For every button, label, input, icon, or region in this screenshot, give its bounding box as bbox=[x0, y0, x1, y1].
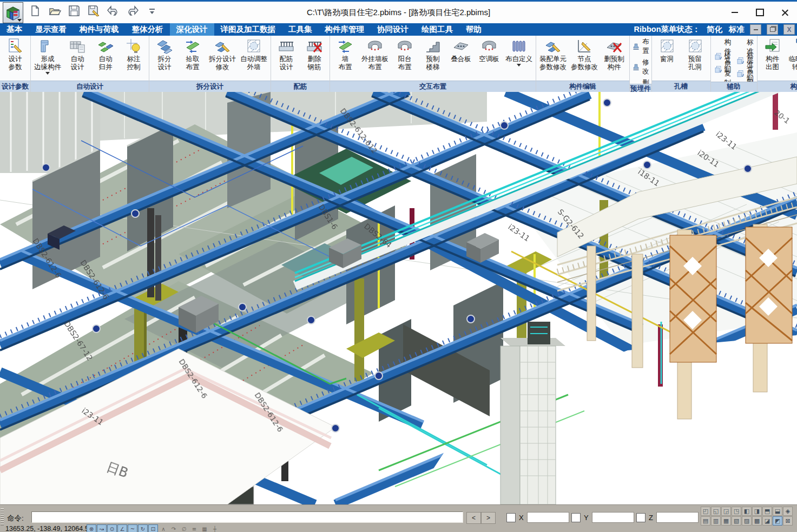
arc-toggle[interactable]: ↷ bbox=[169, 524, 179, 532]
disable-snap-toggle[interactable]: ∅ bbox=[179, 524, 189, 532]
embed-edit-button[interactable]: 修改 bbox=[632, 58, 649, 76]
tab-display-view[interactable]: 显示查看 bbox=[29, 23, 73, 36]
rebar-design-button[interactable]: 配筋 设计 bbox=[272, 36, 300, 71]
view-left-button[interactable]: ◧ bbox=[742, 507, 752, 516]
node-params-button[interactable]: 节点 参数修改 bbox=[569, 36, 600, 71]
curve-snap-toggle[interactable]: ~ bbox=[128, 524, 137, 532]
custom-layout-button[interactable]: 布自定义 bbox=[503, 36, 535, 66]
group-label: 拆分设计 bbox=[149, 81, 271, 92]
assembly-unit-params-button[interactable]: 装配单元 参数修改 bbox=[537, 36, 569, 71]
auto-merge-icon bbox=[97, 38, 114, 54]
tab-collaborative-design[interactable]: 协同设计 bbox=[371, 23, 415, 36]
delete-rebar-button[interactable]: 删除 钢筋 bbox=[300, 36, 328, 71]
x-axis-field: X bbox=[506, 512, 569, 523]
view-iso-se-button[interactable]: ◲ bbox=[721, 507, 731, 516]
wall-layout-button[interactable]: 墙 布置 bbox=[331, 36, 359, 71]
view-iso-nw-button[interactable]: ◰ bbox=[701, 507, 710, 516]
x-axis-input[interactable] bbox=[527, 512, 569, 523]
vertex-toggle[interactable]: ∧ bbox=[159, 524, 168, 532]
layers-toggle[interactable]: ≡ bbox=[189, 524, 199, 532]
angle-snap-toggle[interactable]: ∠ bbox=[117, 524, 127, 532]
view-bottom-button[interactable]: ⬓ bbox=[773, 507, 782, 516]
rebar-design-icon bbox=[278, 38, 294, 54]
zoom-previous-button[interactable]: ▧ bbox=[732, 516, 741, 526]
ribbon-state-standard[interactable]: 标准 bbox=[729, 24, 745, 35]
pan-button[interactable]: ▥ bbox=[711, 516, 721, 526]
reserved-hole-button[interactable]: 预留 孔洞 bbox=[681, 36, 709, 71]
member-drawing-export-button[interactable]: 构件 出图 bbox=[759, 36, 787, 71]
tab-drawing-tools[interactable]: 绘图工具 bbox=[415, 23, 459, 36]
grid-toggle[interactable]: ▦ bbox=[200, 524, 209, 532]
doc-restore-icon bbox=[770, 27, 775, 32]
pick-layout-button[interactable]: 拾取 布置 bbox=[179, 36, 207, 71]
doc-restore-button[interactable] bbox=[767, 24, 778, 35]
tab-global-analysis[interactable]: 整体分析 bbox=[126, 23, 170, 36]
dropdown-arrow-icon bbox=[517, 64, 521, 66]
cladding-panel-layout-button[interactable]: 外挂墙板 布置 bbox=[359, 36, 391, 71]
y-axis-input[interactable] bbox=[592, 512, 634, 523]
zoom-window-button[interactable]: ▦ bbox=[721, 516, 731, 526]
view-top-button[interactable]: ⬒ bbox=[762, 507, 772, 516]
tab-detail-data[interactable]: 详图及加工数据 bbox=[214, 23, 282, 36]
tab-detailed-design[interactable]: 深化设计 bbox=[170, 23, 214, 36]
z-axis-checkbox[interactable] bbox=[636, 513, 645, 522]
tab-component-library[interactable]: 构件库管理 bbox=[319, 23, 371, 36]
form-edge-member-button[interactable]: 形成 边缘构件 bbox=[32, 36, 63, 75]
tab-basic[interactable]: 基本 bbox=[0, 23, 29, 36]
auto-adjust-outer-wall-button[interactable]: 自动调整 外墙 bbox=[238, 36, 269, 71]
view-right-button[interactable]: ◨ bbox=[752, 507, 762, 516]
shade-mode-button[interactable]: ◪ bbox=[762, 516, 772, 526]
precast-stair-button[interactable]: 预制 楼梯 bbox=[419, 36, 447, 71]
y-axis-checkbox[interactable] bbox=[571, 513, 581, 522]
crosshair-toggle[interactable]: ┼ bbox=[210, 524, 220, 532]
annotation-control-button[interactable]: 标注 控制 bbox=[120, 36, 148, 71]
midpoint-snap-toggle[interactable]: ⊡ bbox=[148, 524, 158, 532]
z-axis-label: Z bbox=[649, 514, 653, 522]
view-iso-ne-button[interactable]: ◱ bbox=[711, 507, 721, 516]
temp-drawing-to-dwg-button[interactable]: 临时图纸 转Dwg bbox=[787, 36, 797, 71]
tab-help[interactable]: 帮助 bbox=[459, 23, 488, 36]
balcony-layout-button[interactable]: 阳台 布置 bbox=[391, 36, 419, 71]
z-axis-input[interactable] bbox=[656, 512, 699, 523]
split-design-button[interactable]: 拆分 设计 bbox=[150, 36, 179, 71]
view-perspective-button[interactable]: ◈ bbox=[783, 507, 793, 516]
minimize-button[interactable] bbox=[722, 2, 747, 23]
doc-close-icon: X bbox=[787, 26, 791, 33]
orbit-button[interactable]: ▩ bbox=[752, 516, 762, 526]
close-button[interactable] bbox=[772, 2, 797, 23]
history-prev-button[interactable]: < bbox=[466, 512, 481, 524]
auto-merge-button[interactable]: 自动 归并 bbox=[91, 36, 120, 71]
view-iso-sw-button[interactable]: ◳ bbox=[732, 507, 741, 516]
osnap-toggle[interactable]: ⊙ bbox=[107, 524, 117, 532]
composite-slab-button[interactable]: 叠合板 bbox=[447, 36, 475, 63]
x-axis-checkbox[interactable] bbox=[506, 513, 516, 522]
wireframe-mode-button[interactable]: ◩ bbox=[773, 516, 782, 526]
split-design-edit-button[interactable]: 拆分设计 修改 bbox=[207, 36, 238, 71]
rotate-view-button[interactable]: ▨ bbox=[742, 516, 752, 526]
ac-slab-button[interactable]: 空调板 bbox=[475, 36, 503, 63]
status-bar: 13653.25, -138.49, 12064.58 ⊗ ↝ ⊙ ∠ ~ ↻ … bbox=[0, 527, 797, 532]
embed-place-button[interactable]: 布置 bbox=[632, 37, 649, 56]
window-opening-button[interactable]: 窗洞 bbox=[653, 36, 681, 63]
history-next-button[interactable]: > bbox=[481, 512, 496, 524]
toolbar-drag-handle[interactable] bbox=[1, 508, 4, 526]
maximize-button[interactable] bbox=[747, 2, 772, 23]
tab-members-loads[interactable]: 构件与荷载 bbox=[73, 23, 126, 36]
view-tools-panel: ◰ ◱ ◲ ◳ ◧ ◨ ⬒ ⬓ ◈ ▤ ▥ ▦ ▧ ▨ ▩ ◪ ◩ ⊠ bbox=[701, 507, 793, 526]
delete-precast-member-button[interactable]: 删预制 构件 bbox=[600, 36, 628, 71]
doc-close-button[interactable]: X bbox=[783, 24, 795, 35]
model-viewport[interactable]: DBS2-612-6 DBS2-612-6 DBS2-612-6 DBS2-61… bbox=[0, 92, 797, 504]
design-params-button[interactable]: 设计 参数 bbox=[1, 36, 29, 71]
view-info-button[interactable]: ⊠ bbox=[783, 516, 793, 526]
command-input[interactable] bbox=[31, 511, 463, 523]
doc-minimize-button[interactable] bbox=[750, 24, 761, 35]
auto-design-button[interactable]: 自动 设计 bbox=[63, 36, 91, 71]
ribbon-state-simplified[interactable]: 简化 bbox=[707, 24, 722, 35]
zoom-extents-button[interactable]: ▤ bbox=[701, 516, 710, 526]
viewport-3d-model[interactable]: DBS2-612-6 DBS2-612-6 DBS2-612-6 DBS2-61… bbox=[0, 92, 797, 504]
snap-toggle[interactable]: ⊗ bbox=[87, 524, 96, 532]
track-toggle[interactable]: ↻ bbox=[138, 524, 148, 532]
ribbon-group-auto-design: 形成 边缘构件 自动 设计 自动 归并 标注 控制 bbox=[31, 36, 149, 92]
tab-toolset[interactable]: 工具集 bbox=[282, 23, 319, 36]
polar-toggle[interactable]: ↝ bbox=[97, 524, 107, 532]
